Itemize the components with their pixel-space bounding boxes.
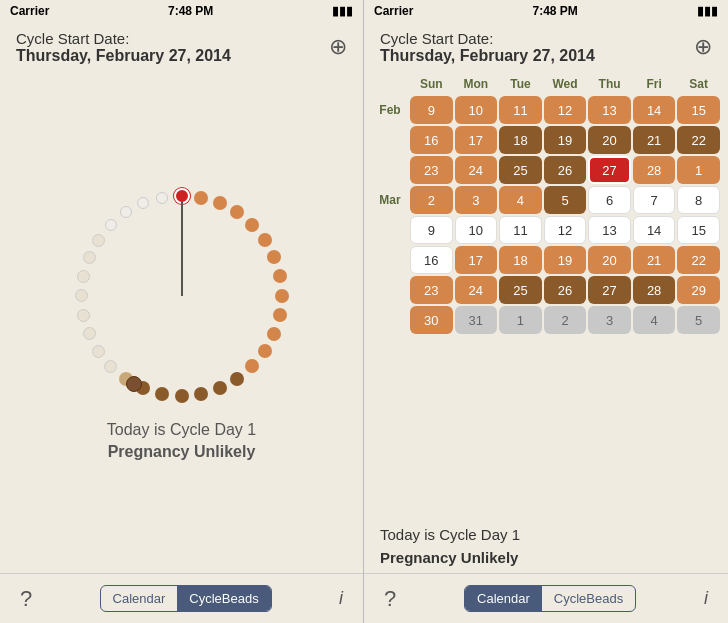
- cal-cell-mar-0-3[interactable]: 5: [544, 186, 587, 214]
- left-tab-calendar[interactable]: Calendar: [101, 586, 178, 611]
- cal-cell-feb-2-1[interactable]: 24: [455, 156, 498, 184]
- cal-cell-mar-2-3[interactable]: 19: [544, 246, 587, 274]
- cal-cell-mar-0-0[interactable]: 2: [410, 186, 453, 214]
- cal-cell-mar-2-1[interactable]: 17: [455, 246, 498, 274]
- cal-cell-feb-0-1[interactable]: 10: [455, 96, 498, 124]
- cal-cell-mar-4-0[interactable]: 30: [410, 306, 453, 334]
- left-carrier: Carrier: [10, 4, 49, 18]
- bead-24: [75, 289, 88, 302]
- cal-cell-feb-0-5[interactable]: 14: [633, 96, 676, 124]
- left-help-button[interactable]: ?: [20, 586, 32, 612]
- cal-cell-feb-2-4[interactable]: 27: [588, 156, 631, 184]
- cal-cell-feb-1-3[interactable]: 19: [544, 126, 587, 154]
- cal-cell-mar-3-4[interactable]: 27: [588, 276, 631, 304]
- cal-cell-feb-2-0[interactable]: 23: [410, 156, 453, 184]
- cal-cell-feb-0-3[interactable]: 12: [544, 96, 587, 124]
- cal-cell-mar-0-2[interactable]: 4: [499, 186, 542, 214]
- left-plus-button[interactable]: ⊕: [329, 34, 347, 60]
- cal-cell-mar-2-5[interactable]: 21: [633, 246, 676, 274]
- cal-cell-mar-3-6[interactable]: 29: [677, 276, 720, 304]
- cal-cell-mar-0-4[interactable]: 6: [588, 186, 631, 214]
- bead-16: [175, 389, 189, 403]
- cal-cell-mar-4-4[interactable]: 3: [588, 306, 631, 334]
- cal-cell-mar-3-1[interactable]: 24: [455, 276, 498, 304]
- cal-row-mar-0: Mar2345678: [372, 186, 720, 214]
- cal-cell-feb-0-4[interactable]: 13: [588, 96, 631, 124]
- right-tab-bar: ? Calendar CycleBeads i: [364, 573, 728, 623]
- cal-cell-mar-1-5[interactable]: 14: [633, 216, 676, 244]
- right-header: Cycle Start Date: Thursday, February 27,…: [364, 22, 728, 71]
- cal-cell-mar-4-5[interactable]: 4: [633, 306, 676, 334]
- cal-cell-mar-2-4[interactable]: 20: [588, 246, 631, 274]
- cal-cell-feb-2-3[interactable]: 26: [544, 156, 587, 184]
- cal-cell-mar-1-3[interactable]: 12: [544, 216, 587, 244]
- cal-cell-feb-0-0[interactable]: 9: [410, 96, 453, 124]
- left-cycle-label: Cycle Start Date:: [16, 30, 231, 47]
- right-tab-group: Calendar CycleBeads: [464, 585, 636, 612]
- cal-cell-mar-1-4[interactable]: 13: [588, 216, 631, 244]
- cal-cell-mar-1-1[interactable]: 10: [455, 216, 498, 244]
- cal-cell-mar-1-2[interactable]: 11: [499, 216, 542, 244]
- bead-23: [77, 309, 90, 322]
- bead-26: [83, 251, 96, 264]
- calendar-area: SunMonTueWedThuFriSatFeb9101112131415161…: [364, 71, 728, 516]
- cal-cell-mar-2-6[interactable]: 22: [677, 246, 720, 274]
- cal-header-empty: [372, 75, 408, 93]
- cal-month-label-feb: Feb: [372, 96, 408, 124]
- cal-cell-feb-0-2[interactable]: 11: [499, 96, 542, 124]
- cal-cell-feb-2-6[interactable]: 1: [677, 156, 720, 184]
- cal-month-label-mar: [372, 276, 408, 304]
- right-status-text: Today is Cycle Day 1 Pregnancy Unlikely: [364, 516, 728, 573]
- right-header-text: Cycle Start Date: Thursday, February 27,…: [380, 30, 595, 65]
- cal-cell-feb-1-1[interactable]: 17: [455, 126, 498, 154]
- bead-6: [267, 250, 281, 264]
- cal-cell-feb-1-0[interactable]: 16: [410, 126, 453, 154]
- cal-cell-mar-4-1[interactable]: 31: [455, 306, 498, 334]
- right-plus-button[interactable]: ⊕: [694, 34, 712, 60]
- left-header-text: Cycle Start Date: Thursday, February 27,…: [16, 30, 231, 65]
- cal-cell-mar-3-0[interactable]: 23: [410, 276, 453, 304]
- cal-cell-mar-1-0[interactable]: 9: [410, 216, 453, 244]
- bead-20: [104, 360, 117, 373]
- cal-cell-mar-0-5[interactable]: 7: [633, 186, 676, 214]
- cal-header-mon: Mon: [455, 75, 498, 93]
- bead-4: [245, 218, 259, 232]
- cal-cell-feb-1-4[interactable]: 20: [588, 126, 631, 154]
- cal-row-mar-1: 9101112131415: [372, 216, 720, 244]
- cal-cell-feb-1-2[interactable]: 18: [499, 126, 542, 154]
- cal-cell-mar-3-3[interactable]: 26: [544, 276, 587, 304]
- right-tab-calendar[interactable]: Calendar: [465, 586, 542, 611]
- left-status-text: Today is Cycle Day 1 Pregnancy Unlikely: [107, 419, 256, 464]
- cal-cell-mar-4-2[interactable]: 1: [499, 306, 542, 334]
- left-time: 7:48 PM: [168, 4, 213, 18]
- cal-cell-feb-1-5[interactable]: 21: [633, 126, 676, 154]
- right-help-button[interactable]: ?: [384, 586, 396, 612]
- cal-cell-mar-3-2[interactable]: 25: [499, 276, 542, 304]
- bead-30: [137, 197, 149, 209]
- left-info-button[interactable]: i: [339, 588, 343, 609]
- cal-cell-feb-2-2[interactable]: 25: [499, 156, 542, 184]
- cal-cell-mar-3-5[interactable]: 28: [633, 276, 676, 304]
- left-battery: ▮▮▮: [332, 4, 353, 18]
- cal-cell-feb-0-6[interactable]: 15: [677, 96, 720, 124]
- right-tab-cyclebeads[interactable]: CycleBeads: [542, 586, 635, 611]
- cal-cell-mar-4-6[interactable]: 5: [677, 306, 720, 334]
- left-tab-cyclebeads[interactable]: CycleBeads: [177, 586, 270, 611]
- cal-month-label-mar: [372, 246, 408, 274]
- cal-cell-mar-0-1[interactable]: 3: [455, 186, 498, 214]
- cal-header-sat: Sat: [677, 75, 720, 93]
- cal-cell-mar-2-0[interactable]: 16: [410, 246, 453, 274]
- cal-cell-mar-0-6[interactable]: 8: [677, 186, 720, 214]
- cal-cell-feb-2-5[interactable]: 28: [633, 156, 676, 184]
- cal-cell-mar-1-6[interactable]: 15: [677, 216, 720, 244]
- cal-month-label-feb: [372, 156, 408, 184]
- cal-month-label-feb: [372, 126, 408, 154]
- right-status-bar: Carrier 7:48 PM ▮▮▮: [364, 0, 728, 22]
- cal-cell-feb-1-6[interactable]: 22: [677, 126, 720, 154]
- right-status-line2: Pregnancy Unlikely: [380, 547, 712, 570]
- cal-header-fri: Fri: [633, 75, 676, 93]
- cal-cell-mar-4-3[interactable]: 2: [544, 306, 587, 334]
- bead-11: [258, 344, 272, 358]
- cal-cell-mar-2-2[interactable]: 18: [499, 246, 542, 274]
- right-info-button[interactable]: i: [704, 588, 708, 609]
